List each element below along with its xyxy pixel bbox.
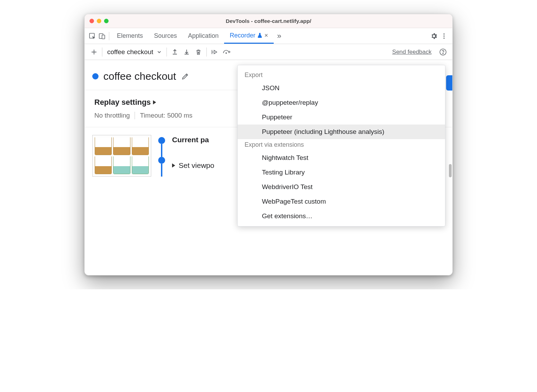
step-replay-button[interactable] xyxy=(209,46,221,58)
svg-point-3 xyxy=(443,33,444,34)
export-via-extensions-label: Export via extensions xyxy=(238,139,445,151)
timeout-value: Timeout: 5000 ms xyxy=(140,112,192,119)
divider xyxy=(109,32,109,40)
recording-name: coffee checkout xyxy=(107,48,153,56)
kebab-menu-icon[interactable] xyxy=(441,33,448,40)
export-section-label: Export xyxy=(238,69,445,81)
devtools-window: DevTools - coffee-cart.netlify.app/ Elem… xyxy=(84,14,453,275)
divider xyxy=(167,48,167,57)
svg-point-5 xyxy=(443,37,444,39)
chevron-right-icon xyxy=(172,163,175,168)
device-toolbar-icon[interactable] xyxy=(97,33,107,40)
divider xyxy=(135,112,135,119)
recorder-content: coffee checkout Replay settings No throt… xyxy=(85,60,452,275)
step-current-page[interactable]: Current pa xyxy=(172,136,214,144)
timeline-node[interactable] xyxy=(158,137,165,144)
export-nightwatch-item[interactable]: Nightwatch Test xyxy=(238,151,445,165)
steps-column: Current pa Set viewpo xyxy=(172,135,214,177)
export-get-extensions-item[interactable]: Get extensions… xyxy=(238,209,445,223)
close-window-button[interactable] xyxy=(90,19,94,23)
import-button[interactable] xyxy=(181,46,193,58)
new-recording-button[interactable] xyxy=(88,46,100,58)
recording-selector[interactable]: coffee checkout xyxy=(104,48,164,56)
divider xyxy=(206,48,207,57)
send-feedback-link[interactable]: Send feedback xyxy=(392,49,432,56)
svg-rect-2 xyxy=(102,35,105,39)
maximize-window-button[interactable] xyxy=(104,19,109,23)
edit-name-button[interactable] xyxy=(181,72,189,80)
export-puppeteer-item[interactable]: Puppeteer xyxy=(238,110,445,125)
export-button[interactable] xyxy=(169,46,181,58)
tab-application[interactable]: Application xyxy=(182,28,224,44)
export-menu: Export JSON @puppeteer/replay Puppeteer … xyxy=(237,65,445,227)
step-set-viewport[interactable]: Set viewpo xyxy=(172,161,214,170)
more-tabs-icon[interactable]: » xyxy=(274,32,285,41)
tab-sources[interactable]: Sources xyxy=(148,28,182,44)
export-webpagetest-item[interactable]: WebPageTest custom xyxy=(238,194,445,209)
screenshot-thumbnail xyxy=(92,135,151,177)
divider xyxy=(102,48,102,57)
svg-point-6 xyxy=(226,52,227,53)
svg-point-4 xyxy=(443,35,444,36)
panel-tabs: Elements Sources Application Recorder × … xyxy=(85,28,452,44)
window-title: DevTools - coffee-cart.netlify.app/ xyxy=(85,18,452,24)
minimize-window-button[interactable] xyxy=(97,19,101,23)
replay-button-edge[interactable] xyxy=(446,75,452,91)
export-testing-library-item[interactable]: Testing Library xyxy=(238,165,445,180)
slow-replay-button[interactable] xyxy=(221,46,232,58)
chevron-right-icon xyxy=(153,100,156,104)
tab-elements[interactable]: Elements xyxy=(111,28,148,44)
recorder-toolbar: coffee checkout Send feedback xyxy=(85,44,452,60)
timeline-node[interactable] xyxy=(158,157,165,164)
titlebar: DevTools - coffee-cart.netlify.app/ xyxy=(85,14,452,28)
recording-status-dot xyxy=(92,73,99,79)
tab-recorder[interactable]: Recorder × xyxy=(224,28,274,44)
export-puppeteer-lighthouse-item[interactable]: Puppeteer (including Lighthouse analysis… xyxy=(238,125,445,139)
traffic-lights xyxy=(90,19,109,23)
inspect-element-icon[interactable] xyxy=(87,33,97,40)
export-webdriverio-item[interactable]: WebdriverIO Test xyxy=(238,180,445,194)
export-puppeteer-replay-item[interactable]: @puppeteer/replay xyxy=(238,95,445,110)
gear-icon[interactable] xyxy=(430,32,438,40)
recording-heading: coffee checkout xyxy=(103,70,176,82)
help-icon[interactable] xyxy=(437,46,449,58)
scrollbar-thumb[interactable] xyxy=(449,164,452,177)
export-json-item[interactable]: JSON xyxy=(238,81,445,95)
timeline-rail xyxy=(158,135,165,177)
svg-point-8 xyxy=(443,53,443,54)
delete-button[interactable] xyxy=(193,46,204,58)
chevron-down-icon xyxy=(157,50,162,54)
close-tab-icon[interactable]: × xyxy=(264,32,268,39)
flask-icon xyxy=(257,33,262,38)
throttling-value: No throttling xyxy=(94,112,130,119)
